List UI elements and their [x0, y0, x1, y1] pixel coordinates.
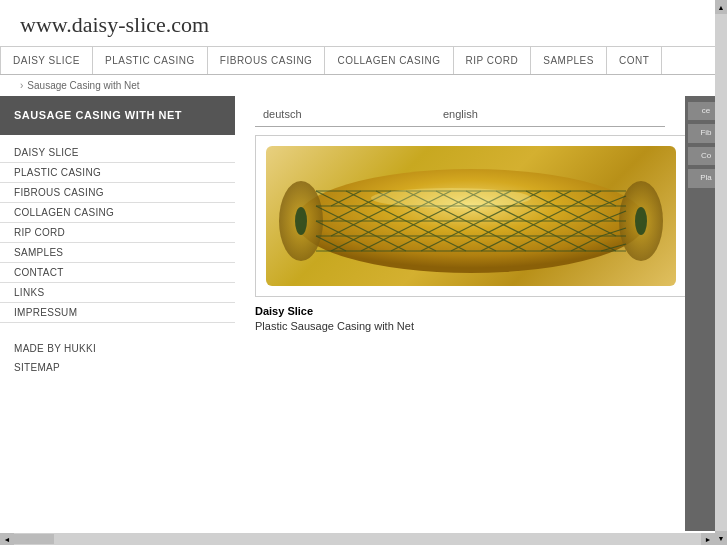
sidebar-title: SAUSAGE CASING WITH NET [0, 96, 235, 135]
lang-english[interactable]: english [435, 106, 615, 122]
product-svg [266, 146, 676, 286]
content-area: deutsch english [235, 96, 685, 531]
product-image-container [255, 135, 685, 297]
scroll-left-button[interactable]: ◄ [0, 533, 14, 545]
svg-point-89 [635, 207, 647, 235]
lang-deutsch[interactable]: deutsch [255, 106, 435, 122]
nav-item-samples[interactable]: SAMPLES [531, 47, 607, 74]
sidebar-item-contact[interactable]: CONTACT [0, 263, 235, 283]
horizontal-scrollbar[interactable]: ◄ ► [0, 533, 715, 545]
nav-item-rip-cord[interactable]: RIP CORD [454, 47, 532, 74]
sidebar-divider [0, 323, 235, 339]
scroll-track-vertical [715, 14, 727, 531]
sidebar-links: DAISY SLICE PLASTIC CASING FIBROUS CASIN… [0, 135, 235, 385]
scroll-right-button[interactable]: ► [701, 533, 715, 545]
sidebar-item-samples[interactable]: SAMPLES [0, 243, 235, 263]
sidebar-item-daisy-slice[interactable]: DAISY SLICE [0, 143, 235, 163]
product-image [266, 146, 676, 286]
svg-point-90 [371, 188, 531, 208]
sidebar-item-collagen-casing[interactable]: COLLAGEN CASING [0, 203, 235, 223]
sidebar-item-made-by-hukki[interactable]: MADE BY HUKKI [0, 339, 235, 358]
scroll-track-horizontal [14, 533, 701, 545]
breadcrumb-arrow: › [20, 80, 23, 91]
product-caption: Daisy Slice [255, 305, 665, 317]
nav-item-cont[interactable]: CONT [607, 47, 662, 74]
sidebar-item-fibrous-casing[interactable]: FIBROUS CASING [0, 183, 235, 203]
breadcrumb: › Sausage Casing with Net [0, 75, 727, 96]
sidebar-item-sitemap[interactable]: SITEMAP [0, 358, 235, 377]
sidebar-item-rip-cord[interactable]: RIP CORD [0, 223, 235, 243]
product-description: Plastic Sausage Casing with Net [255, 320, 665, 332]
navbar: DAISY SLICE PLASTIC CASING FIBROUS CASIN… [0, 47, 727, 75]
sidebar-item-impressum[interactable]: IMPRESSUM [0, 303, 235, 323]
scroll-up-button[interactable]: ▲ [715, 0, 727, 14]
vertical-scrollbar[interactable]: ▲ ▼ [715, 0, 727, 545]
breadcrumb-text: Sausage Casing with Net [27, 80, 139, 91]
scroll-thumb-horizontal [14, 534, 54, 544]
lang-bar: deutsch english [255, 106, 665, 127]
sidebar: SAUSAGE CASING WITH NET DAISY SLICE PLAS… [0, 96, 235, 531]
svg-point-88 [295, 207, 307, 235]
main-layout: SAUSAGE CASING WITH NET DAISY SLICE PLAS… [0, 96, 727, 531]
nav-item-fibrous-casing[interactable]: FIBROUS CASING [208, 47, 326, 74]
sidebar-item-plastic-casing[interactable]: PLASTIC CASING [0, 163, 235, 183]
sidebar-item-links[interactable]: LINKS [0, 283, 235, 303]
nav-item-daisy-slice[interactable]: DAISY SLICE [0, 47, 93, 74]
nav-item-plastic-casing[interactable]: PLASTIC CASING [93, 47, 208, 74]
nav-item-collagen-casing[interactable]: COLLAGEN CASING [325, 47, 453, 74]
site-title[interactable]: www.daisy-slice.com [20, 12, 707, 38]
header: www.daisy-slice.com [0, 0, 727, 47]
scroll-down-button[interactable]: ▼ [715, 531, 727, 545]
